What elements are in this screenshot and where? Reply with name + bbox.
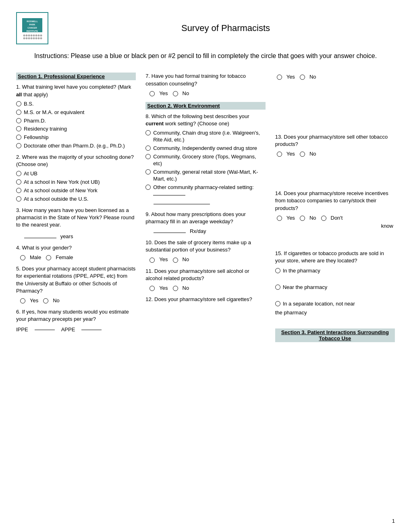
radio-doctorate[interactable] bbox=[16, 143, 21, 148]
q14: 14. Does your pharmacy/store receive inc… bbox=[275, 190, 395, 230]
radio-male[interactable] bbox=[20, 255, 25, 260]
radio-separate-location[interactable] bbox=[275, 301, 280, 306]
q12-text: 12. Does your pharmacy/store sell cigare… bbox=[145, 296, 265, 303]
radio-bs[interactable] bbox=[16, 101, 21, 106]
section2-header: Section 2. Work Environment bbox=[145, 102, 265, 110]
logo: ROSWELL PARK CANCER INSTITUTE bbox=[16, 12, 48, 44]
q7-col3: Yes No bbox=[275, 73, 395, 81]
radio-outside-us[interactable] bbox=[16, 196, 21, 202]
title-area: Survey of Pharmacists bbox=[56, 23, 395, 33]
radio-near-pharmacy[interactable] bbox=[275, 285, 280, 290]
radio-grocery[interactable] bbox=[145, 154, 151, 159]
option-label: Residency training bbox=[24, 126, 67, 133]
column-2: 7. Have you had formal training for toba… bbox=[141, 73, 270, 342]
radio-ny-school[interactable] bbox=[16, 179, 21, 185]
q12: 12. Does your pharmacy/store sell cigare… bbox=[145, 296, 265, 303]
q15-text: 15. If cigarettes or tobacco products ar… bbox=[275, 250, 395, 264]
radio-ms[interactable] bbox=[16, 110, 21, 115]
other-setting-blank[interactable] bbox=[153, 195, 185, 195]
radio-residency[interactable] bbox=[16, 126, 21, 131]
svg-point-5 bbox=[23, 34, 25, 36]
option-label: In the pharmacy bbox=[283, 268, 320, 274]
other-setting-blank2[interactable] bbox=[154, 204, 210, 204]
svg-point-17 bbox=[33, 37, 35, 39]
option-label: At a school outside the U.S. bbox=[24, 196, 88, 203]
radio-other-community[interactable] bbox=[145, 185, 151, 190]
radio-no-q7c3[interactable] bbox=[300, 75, 305, 80]
q14-text: 14. Does your pharmacy/store receive inc… bbox=[275, 190, 395, 212]
q11: 11. Does your pharmacy/store sell alcoho… bbox=[145, 268, 265, 292]
radio-retail[interactable] bbox=[145, 169, 151, 175]
list-item: Yes bbox=[277, 150, 295, 158]
option-label: Fellowship bbox=[24, 134, 48, 141]
radio-yes-q13[interactable] bbox=[277, 152, 282, 157]
q10-text: 10. Does the sale of grocery items make … bbox=[145, 239, 265, 254]
pharmacy-label: the pharmacy bbox=[275, 309, 395, 316]
radio-fellowship[interactable] bbox=[16, 135, 21, 140]
q5: 5. Does your pharmacy accept student pha… bbox=[16, 265, 136, 304]
option-label: Yes bbox=[286, 214, 295, 222]
svg-text:INSTITUTE: INSTITUTE bbox=[27, 30, 38, 32]
radio-yes-q10[interactable] bbox=[149, 258, 155, 263]
page-number: 1 bbox=[392, 518, 395, 524]
radio-dontknow-q14[interactable] bbox=[321, 216, 326, 221]
radio-yes-q5[interactable] bbox=[20, 298, 25, 303]
q9-text: 9. About how many prescriptions does you… bbox=[145, 211, 265, 225]
radio-no-q5[interactable] bbox=[43, 298, 48, 303]
q3: 3. How many years have you been licensed… bbox=[16, 207, 136, 240]
radio-no-q14[interactable] bbox=[300, 216, 305, 221]
radio-yes-q11[interactable] bbox=[149, 286, 155, 291]
list-item: No bbox=[43, 297, 60, 304]
radio-female[interactable] bbox=[46, 255, 51, 260]
ippe-label: IPPE bbox=[16, 326, 28, 333]
list-item: No bbox=[300, 150, 316, 158]
list-item: Yes bbox=[277, 214, 295, 222]
radio-no-q7[interactable] bbox=[173, 91, 178, 96]
radio-independent[interactable] bbox=[145, 145, 151, 151]
svg-point-6 bbox=[26, 34, 28, 36]
list-item: No bbox=[173, 90, 189, 97]
radio-yes-q14[interactable] bbox=[277, 216, 282, 221]
years-blank[interactable] bbox=[24, 238, 56, 238]
list-item: M.S. or M.A. or equivalent bbox=[16, 109, 136, 116]
survey-title: Survey of Pharmacists bbox=[56, 23, 395, 33]
radio-in-pharmacy[interactable] bbox=[275, 268, 280, 273]
radio-chain[interactable] bbox=[145, 130, 151, 135]
q7-text: 7. Have you had formal training for toba… bbox=[145, 73, 265, 87]
list-item: Yes bbox=[149, 285, 168, 292]
list-item: Yes bbox=[277, 73, 295, 81]
ippe-blank[interactable] bbox=[35, 330, 55, 330]
list-item: Community, Chain drug store (i.e. Walgre… bbox=[145, 130, 265, 143]
option-label: At a school outside of New York bbox=[24, 187, 98, 194]
page: ROSWELL PARK CANCER INSTITUTE bbox=[0, 0, 411, 532]
option-label: Community, Independently owned drug stor… bbox=[153, 145, 257, 152]
rxday-blank[interactable] bbox=[154, 233, 186, 233]
radio-no-q10[interactable] bbox=[173, 258, 178, 263]
q2: 2. Where was the majority of your school… bbox=[16, 154, 136, 203]
q9: 9. About how many prescriptions does you… bbox=[145, 211, 265, 235]
radio-yes-q7c3[interactable] bbox=[277, 75, 282, 80]
radio-pharmd[interactable] bbox=[16, 118, 21, 123]
list-item: At a school outside of New York bbox=[16, 187, 136, 194]
radio-atub[interactable] bbox=[16, 171, 21, 176]
q11-text: 11. Does your pharmacy/store sell alcoho… bbox=[145, 268, 265, 282]
list-item: Doctorate other than Pharm.D. (e.g., Ph.… bbox=[16, 143, 136, 150]
list-item: At UB bbox=[16, 170, 136, 177]
section3-header: Section 3. Patient Interactions Surround… bbox=[275, 328, 395, 342]
appe-blank[interactable] bbox=[81, 330, 102, 330]
q1-text: 1. What training level have you complete… bbox=[16, 83, 136, 98]
radio-outside-ny[interactable] bbox=[16, 188, 21, 193]
svg-text:CANCER: CANCER bbox=[27, 27, 37, 29]
list-item: Fellowship bbox=[16, 134, 136, 141]
radio-no-q11[interactable] bbox=[173, 286, 178, 291]
svg-point-12 bbox=[40, 34, 42, 36]
option-label: M.S. or M.A. or equivalent bbox=[24, 109, 84, 116]
q6-text: 6. If yes, how many students would you e… bbox=[16, 308, 136, 323]
list-item: In a separate location, not near bbox=[275, 301, 395, 308]
list-item: Community, Grocery store (Tops, Wegmans,… bbox=[145, 154, 265, 167]
list-item: Other community pharmacy-related setting… bbox=[145, 184, 265, 198]
appe-label: APPE bbox=[61, 326, 75, 333]
radio-yes-q7[interactable] bbox=[149, 91, 155, 96]
q3-text: 3. How many years have you been licensed… bbox=[16, 207, 136, 229]
radio-no-q13[interactable] bbox=[300, 152, 305, 157]
